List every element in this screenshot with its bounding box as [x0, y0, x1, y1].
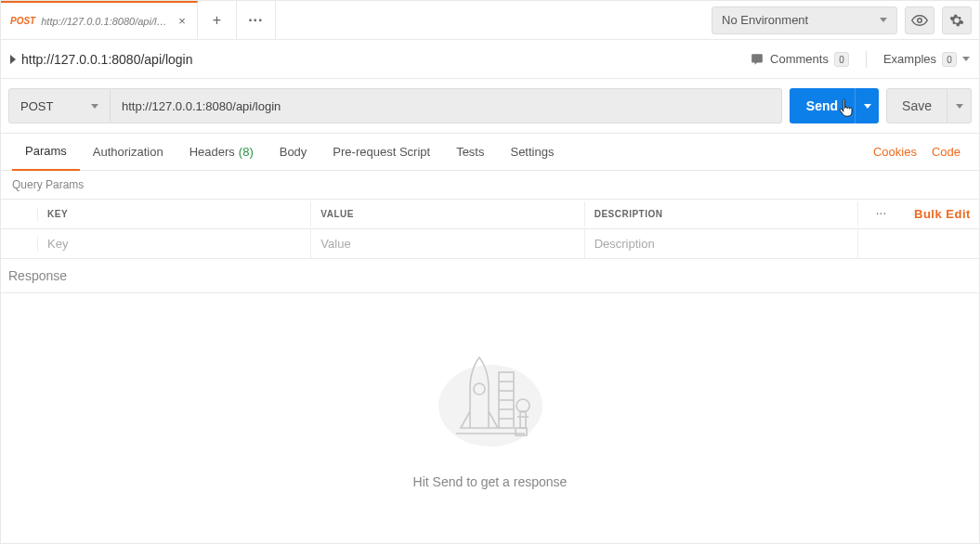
comments-count: 0 — [834, 52, 849, 67]
cursor-icon — [838, 97, 856, 122]
cookies-link[interactable]: Cookies — [866, 145, 924, 159]
tab-headers[interactable]: Headers (8) — [176, 134, 267, 171]
save-dropdown-button[interactable] — [947, 88, 972, 123]
chevron-down-icon — [91, 104, 98, 109]
chevron-down-icon — [956, 104, 963, 109]
save-button-group: Save — [886, 88, 972, 123]
tab-params[interactable]: Params — [12, 134, 80, 171]
environment-label: No Environment — [722, 13, 808, 27]
response-empty-state: Hit Send to get a response — [1, 293, 979, 544]
new-tab-button[interactable]: + — [198, 1, 237, 39]
save-button[interactable]: Save — [886, 88, 947, 123]
collapse-toggle-icon[interactable] — [10, 55, 16, 64]
tab-settings[interactable]: Settings — [497, 134, 567, 171]
topbar: POST http://127.0.0.1:8080/api/login × +… — [1, 1, 979, 40]
environment-select[interactable]: No Environment — [712, 6, 897, 34]
tab-body[interactable]: Body — [267, 134, 320, 171]
table-row — [1, 229, 979, 258]
request-tabs: Params Authorization Headers (8) Body Pr… — [1, 134, 979, 171]
headers-count: (8) — [239, 145, 254, 159]
tab-method: POST — [10, 16, 35, 26]
svg-point-0 — [918, 18, 922, 22]
url-row: POST Send Save — [1, 79, 979, 134]
request-title-bar: http://127.0.0.1:8080/api/login Comments… — [1, 40, 979, 79]
param-value-input[interactable] — [320, 237, 574, 251]
examples-label: Examples — [883, 52, 936, 66]
url-input[interactable] — [111, 88, 782, 123]
col-value: VALUE — [311, 201, 584, 227]
method-select[interactable]: POST — [8, 88, 111, 123]
bulk-edit-button[interactable]: Bulk Edit — [905, 200, 979, 228]
request-title[interactable]: http://127.0.0.1:8080/api/login — [21, 52, 192, 67]
request-tab[interactable]: POST http://127.0.0.1:8080/api/login × — [1, 1, 198, 39]
examples-button[interactable]: Examples 0 — [883, 52, 970, 67]
examples-count: 0 — [942, 52, 957, 67]
gear-icon — [949, 13, 964, 28]
send-button-group: Send — [790, 88, 879, 123]
query-params-table: KEY VALUE DESCRIPTION ··· Bulk Edit — [1, 199, 979, 259]
col-key: KEY — [38, 201, 311, 227]
param-description-input[interactable] — [595, 237, 848, 251]
settings-button[interactable] — [942, 6, 972, 34]
rocket-illustration-icon — [430, 348, 551, 450]
send-button[interactable]: Send — [790, 88, 855, 123]
response-label: Response — [1, 259, 979, 293]
more-columns-button[interactable]: ··· — [858, 201, 905, 227]
topbar-right: No Environment — [704, 1, 979, 39]
method-value: POST — [20, 99, 53, 113]
comments-button[interactable]: Comments 0 — [750, 52, 849, 67]
environment-quicklook-button[interactable] — [905, 6, 934, 34]
divider — [866, 51, 867, 68]
param-key-input[interactable] — [47, 237, 301, 251]
query-params-label: Query Params — [1, 171, 979, 199]
close-tab-icon[interactable]: × — [176, 14, 188, 28]
title-actions: Comments 0 Examples 0 — [750, 51, 970, 68]
eye-icon — [911, 12, 928, 29]
tab-prerequest[interactable]: Pre-request Script — [320, 134, 443, 171]
tab-tests[interactable]: Tests — [443, 134, 497, 171]
tab-authorization[interactable]: Authorization — [80, 134, 176, 171]
chevron-down-icon — [880, 18, 887, 22]
col-description: DESCRIPTION — [585, 201, 858, 227]
send-label: Send — [806, 98, 838, 113]
comments-label: Comments — [770, 52, 829, 66]
send-dropdown-button[interactable] — [855, 88, 879, 123]
chevron-down-icon — [962, 57, 970, 61]
tabstrip: POST http://127.0.0.1:8080/api/login × +… — [1, 1, 276, 39]
table-header: KEY VALUE DESCRIPTION ··· Bulk Edit — [1, 200, 979, 229]
tab-overflow-button[interactable]: ··· — [237, 1, 276, 39]
response-empty-message: Hit Send to get a response — [413, 474, 568, 489]
tab-url: http://127.0.0.1:8080/api/login — [41, 16, 171, 27]
comment-icon — [750, 53, 764, 66]
tab-headers-label: Headers — [189, 145, 235, 159]
code-link[interactable]: Code — [924, 145, 968, 159]
chevron-down-icon — [864, 104, 871, 109]
